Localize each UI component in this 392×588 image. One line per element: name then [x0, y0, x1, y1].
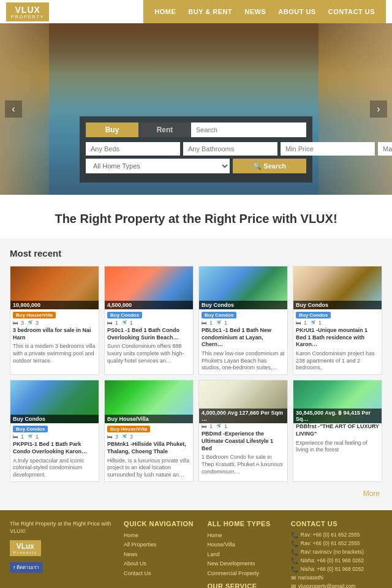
property-card[interactable]: Buy Condos Buy Condos 🛏1 🚿1 PBL0c1 -1 Be… — [198, 266, 288, 375]
card-description: Surin Condominium offers 888 luxury unit… — [105, 343, 193, 367]
home-type-select[interactable]: All Home Types — [86, 159, 230, 173]
footer-contact: CONTACT US 📞 Rav: +66 (0) 61 652 2555 📞 … — [291, 520, 382, 588]
property-card[interactable]: 4,000,000 Avg 127,660 Per Sqm … 🛏1 🚿1 PB… — [198, 380, 288, 481]
card-title: PS0c1 -1 Bed 1 Bath Condo Overlooking Su… — [105, 327, 193, 343]
nav-contact-us[interactable]: CONTACT US — [322, 8, 381, 15]
card-title: PBDmd -Experience the Ultimate Coastal L… — [199, 431, 287, 454]
property-card[interactable]: Buy House/Villa Buy House/Villa 🛏3 🚿3 PB… — [104, 380, 194, 481]
max-price-input[interactable] — [378, 142, 392, 156]
card-description: Experience the real feeling of living in… — [293, 440, 382, 456]
phone-icon-3: 📞 — [291, 549, 298, 556]
hero-next-button[interactable]: › — [370, 100, 387, 118]
search-tabs: Buy Rent — [86, 123, 306, 137]
tab-buy[interactable]: Buy — [86, 123, 138, 137]
card-meta: 🛏3 🚿3 — [105, 434, 193, 441]
footer-link-all-properties[interactable]: All Properties — [124, 541, 200, 549]
type-new-dev[interactable]: New Developments — [207, 560, 283, 568]
bathrooms-input[interactable] — [183, 142, 277, 156]
contact-item-1: 📞 Rav: +66 (0) 61 652 2555 — [291, 532, 382, 538]
contact-title: CONTACT US — [291, 520, 382, 527]
bed-icon: 🛏 — [107, 320, 113, 326]
card-badge: Buy House/Villa — [107, 426, 150, 432]
tagline-text: The Right Property at the Right Price wi… — [12, 212, 380, 226]
min-price-input[interactable] — [281, 142, 375, 156]
contact-text-2: Rav: +66 (0) 61 652 2555 — [301, 540, 360, 546]
tab-rent[interactable]: Rent — [138, 123, 191, 137]
card-description: This new low-rise condominium at Phuket'… — [199, 350, 287, 374]
header: VLUX PROPERTY HOME BUY & RENT NEWS ABOUT… — [0, 0, 392, 23]
card-meta: 🛏1 🚿1 — [199, 423, 287, 431]
hero-section: ‹ › Buy Rent All Home Types 🔍 Search — [0, 23, 392, 195]
card-price: Buy Condos — [10, 415, 99, 423]
card-badge: Buy Condos — [13, 426, 48, 432]
card-image: 10,900,000 — [10, 266, 99, 309]
search-row-2: All Home Types 🔍 Search — [86, 159, 306, 173]
property-cards-grid: 10,900,000 Buy House/Villa 🛏3 🚿3 3 bedro… — [10, 266, 382, 375]
type-commercial[interactable]: Commercial Property — [207, 570, 283, 578]
quick-nav-title: QUICK NAVIGATION — [124, 520, 200, 527]
property-cards-grid-2: Buy Condos Buy Condos 🛏1 🚿1 PKPPI1-1 Bed… — [10, 380, 382, 481]
property-card[interactable]: Buy Condos Buy Condos 🛏1 🚿1 PKPPI1-1 Bed… — [10, 380, 99, 481]
contact-item-2: 📞 Rav: +66 (0) 61 652 2555 — [291, 540, 382, 547]
footer-logo-property: Property — [13, 551, 37, 554]
main-nav: HOME BUY & RENT NEWS ABOUT US CONTACT US — [143, 0, 386, 23]
footer-facebook-btn[interactable]: f ติดตามเรา — [10, 562, 43, 573]
card-image: Buy Condos — [10, 380, 99, 423]
footer-branding: The Right Property at the Right Price wi… — [10, 520, 116, 588]
footer-logo-vlux: VLux — [17, 542, 34, 551]
tagline-section: The Right Property at the Right Price wi… — [0, 195, 392, 238]
search-input[interactable] — [191, 123, 306, 137]
card-price: Buy Condos — [293, 301, 382, 309]
hero-ceiling — [49, 23, 318, 72]
beds-input[interactable] — [86, 142, 180, 156]
property-card[interactable]: 30,845,000 Avg. ฿ 94,415 Per Sq… PBBfrst… — [293, 380, 382, 481]
home-types-title: ALL HOME TYPES — [207, 520, 283, 527]
contact-text-4: Nisha: +66 (0) 81 968 0262 — [301, 557, 364, 564]
footer-link-about[interactable]: About Us — [124, 560, 200, 568]
phone-icon-5: 📞 — [291, 566, 298, 573]
card-price: Buy House/Villa — [105, 415, 193, 423]
phone-icon-4: 📞 — [291, 557, 298, 564]
nav-buy-rent[interactable]: BUY & RENT — [182, 8, 238, 15]
type-land[interactable]: Land — [207, 551, 283, 559]
contact-email-1: narisasethi — [298, 575, 323, 581]
contact-text-3: Rav: ravinscv (no brackets) — [301, 549, 364, 555]
hero-prev-button[interactable]: ‹ — [5, 100, 22, 118]
bed-icon: 🛏 — [13, 434, 18, 440]
contact-item-5: 📞 Nisha: +66 (0) 81 968 0262 — [291, 566, 382, 573]
search-button[interactable]: 🔍 Search — [233, 159, 306, 173]
nav-home[interactable]: HOME — [148, 8, 182, 15]
our-service-title: OUR SERVICE — [207, 582, 283, 588]
property-card[interactable]: 10,900,000 Buy House/Villa 🛏3 🚿3 3 bedro… — [10, 266, 99, 375]
contact-item-3: 📞 Rav: ravinscv (no brackets) — [291, 549, 382, 556]
card-description: 1 Bedroom Condo for sale in Thep Krasatt… — [199, 454, 287, 478]
card-price: 10,900,000 — [10, 301, 99, 309]
property-card[interactable]: Buy Condos Buy Condos 🛏1 🚿1 PKrUt1 -Uniq… — [293, 266, 382, 375]
footer-grid: The Right Property at the Right Price wi… — [10, 520, 382, 588]
more-link[interactable]: More — [10, 487, 382, 505]
card-price: Buy Condos — [199, 301, 287, 309]
bed-icon: 🛏 — [202, 320, 207, 326]
card-meta: 🛏1 🚿1 — [10, 434, 99, 441]
card-image: Buy House/Villa — [105, 380, 193, 423]
contact-item-7: ✉ vluxproperty@gmail.com — [291, 583, 382, 588]
type-home[interactable]: Home — [207, 532, 283, 540]
card-badge: Buy Condos — [107, 312, 142, 318]
logo-property: PROPERTY — [11, 15, 44, 19]
contact-text-1: Rav: +66 (0) 61 652 2555 — [301, 532, 360, 538]
type-villa[interactable]: House/Villa — [207, 541, 283, 549]
footer-link-news[interactable]: News — [124, 551, 200, 559]
card-title: PKrUt1 -Unique mountain 1 Bed 1 Bath res… — [293, 327, 382, 350]
footer-link-home[interactable]: Home — [124, 532, 200, 540]
nav-about-us[interactable]: ABOUT US — [272, 8, 322, 15]
card-description: Karon Condominium project has 238 apartm… — [293, 350, 382, 374]
footer-link-contact[interactable]: Contact Us — [124, 570, 200, 578]
bath-icon: 🚿 — [26, 434, 33, 440]
logo[interactable]: VLUX PROPERTY — [6, 2, 49, 21]
bed-icon: 🛏 — [296, 320, 301, 326]
phone-icon-2: 📞 — [291, 540, 298, 547]
contact-item-6: ✉ narisasethi — [291, 575, 382, 581]
property-card[interactable]: 4,500,000 Buy Condos 🛏1 🚿1 PS0c1 -1 Bed … — [104, 266, 194, 375]
nav-news[interactable]: NEWS — [238, 8, 272, 15]
contact-text-5: Nisha: +66 (0) 81 968 0262 — [301, 566, 364, 572]
